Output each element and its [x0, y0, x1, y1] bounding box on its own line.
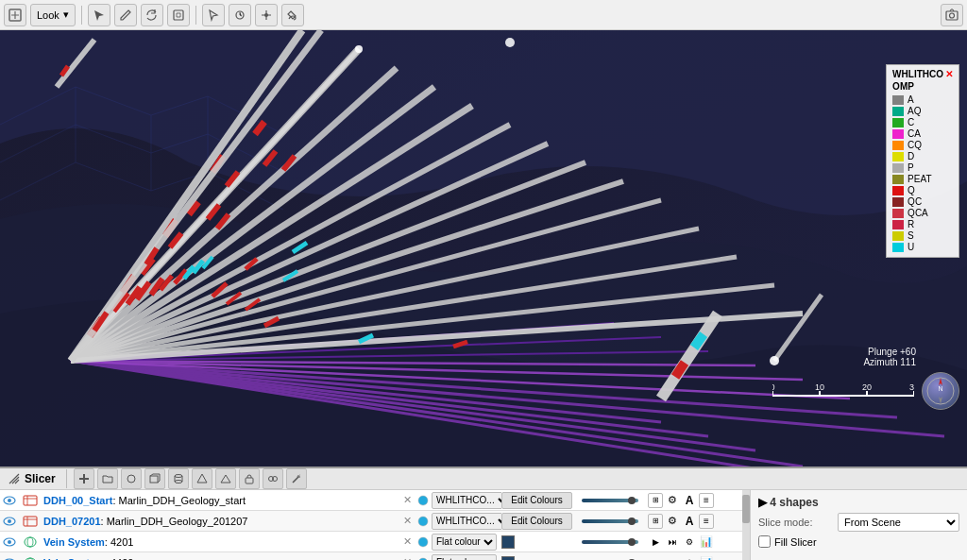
colour-swatch[interactable] [501, 556, 515, 561]
svg-text:N: N [938, 385, 942, 392]
edit-tool-btn[interactable] [229, 4, 251, 26]
legend-swatch [892, 163, 904, 173]
row-source: WHLITHCO... [416, 513, 501, 530]
row-close-btn[interactable]: ✕ [398, 515, 416, 527]
legend-item: CQ [892, 140, 953, 150]
info-btn[interactable]: ≡ [699, 514, 714, 529]
table-btn[interactable]: ⊞ [648, 514, 663, 529]
settings-btn[interactable]: ⚙ [682, 535, 697, 550]
settings-btn[interactable]: ⚙ [682, 555, 697, 561]
rotate-tool-btn[interactable] [141, 4, 163, 26]
legend-swatch [892, 129, 904, 139]
filter-btn[interactable]: ⚙ [665, 493, 680, 508]
svg-point-75 [355, 45, 363, 53]
sphere-btn[interactable] [121, 468, 142, 489]
legend-item-label: CA [908, 128, 921, 139]
legend-item: S [892, 230, 953, 241]
fill-slicer-label: Fill Slicer [774, 536, 817, 548]
svg-point-5 [950, 13, 955, 18]
row-line-sample [572, 499, 648, 502]
legend-swatch [892, 243, 904, 252]
lock-btn[interactable] [239, 468, 260, 489]
legend-item: QCA [892, 208, 953, 218]
row-close-btn[interactable]: ✕ [398, 556, 416, 560]
visibility-toggle[interactable] [0, 537, 19, 547]
legend-item: D [892, 151, 953, 161]
legend-close-btn[interactable]: ✕ [945, 69, 953, 79]
edit-colours-btn[interactable]: Edit Colours [501, 492, 572, 509]
svg-rect-90 [83, 474, 85, 484]
source-select[interactable]: WHLITHCO... [432, 492, 501, 509]
select-tool-btn[interactable] [88, 4, 110, 26]
home-btn[interactable] [4, 4, 26, 26]
step-btn[interactable]: ⏭ [665, 535, 680, 550]
edit-colours-btn[interactable]: Edit Colours [501, 513, 572, 530]
svg-point-77 [770, 356, 779, 365]
pencil-tool-btn[interactable] [114, 4, 137, 26]
camera-btn[interactable] [941, 4, 963, 26]
chain-btn[interactable] [263, 468, 283, 489]
edit-colours-area [501, 556, 572, 561]
box-btn[interactable] [144, 468, 165, 489]
paint-tool-btn[interactable] [281, 4, 304, 26]
step-btn[interactable]: ⏭ [665, 555, 680, 561]
legend-item-label: U [908, 242, 914, 252]
play-btn[interactable]: ▶ [648, 535, 663, 550]
row-name: Vein System: 4201 [42, 536, 398, 548]
row-close-btn[interactable]: ✕ [398, 535, 416, 548]
svg-point-101 [8, 499, 11, 502]
colour-swatch[interactable] [501, 535, 515, 549]
source-select[interactable]: Flat colour [432, 554, 497, 561]
sep2 [195, 6, 196, 25]
vertical-divider[interactable] [742, 490, 750, 560]
svg-rect-4 [946, 11, 958, 20]
legend-item: R [892, 219, 953, 229]
info-btn[interactable]: ≡ [699, 493, 714, 508]
source-select[interactable]: Flat colour [432, 534, 497, 551]
look-dropdown[interactable]: Look ▾ [30, 4, 76, 26]
svg-point-3 [264, 13, 268, 17]
legend-swatch [892, 197, 904, 207]
folder-btn[interactable] [97, 468, 118, 489]
dropdown-arrow: ▾ [63, 8, 69, 21]
legend-swatch [892, 152, 904, 161]
cursor-tool-btn[interactable] [202, 4, 225, 26]
svg-text:20: 20 [862, 382, 872, 392]
legend-item-label: Q [908, 185, 915, 195]
visibility-toggle[interactable] [0, 496, 19, 505]
legend-item-label: CQ [908, 140, 922, 150]
play-btn[interactable]: ▶ [648, 555, 663, 561]
edit-colours-area [501, 535, 572, 549]
svg-point-115 [418, 537, 428, 547]
3d-viewport[interactable]: WHLITHCO ✕ OMP AAQCCACQDPPEATQQCQCARSU P… [0, 30, 967, 467]
legend-title: WHLITHCO ✕ [892, 69, 953, 79]
slice-mode-select[interactable]: From Scene [838, 513, 959, 532]
legend-item: Q [892, 185, 953, 195]
table-btn[interactable]: ⊞ [648, 493, 663, 508]
transform-tool-btn[interactable] [255, 4, 278, 26]
filter-btn[interactable]: ⚙ [665, 514, 680, 529]
mesh-btn[interactable] [215, 468, 236, 489]
magic-btn[interactable] [286, 468, 307, 489]
frame-tool-btn[interactable] [167, 4, 190, 26]
legend-item-label: R [908, 219, 914, 229]
legend-item: AQ [892, 106, 953, 116]
chart-btn[interactable]: 📊 [699, 555, 714, 561]
svg-point-76 [505, 38, 515, 47]
source-select[interactable]: WHLITHCO... [432, 513, 501, 530]
label-btn[interactable]: A [682, 514, 697, 529]
label-btn[interactable]: A [682, 493, 697, 508]
svg-rect-1 [174, 10, 183, 20]
svg-point-105 [418, 496, 428, 505]
row-source: Flat colour [416, 534, 501, 551]
legend-swatch [892, 220, 904, 229]
visibility-toggle[interactable] [0, 517, 19, 526]
row-close-btn[interactable]: ✕ [398, 494, 416, 506]
cone-btn[interactable] [192, 468, 212, 489]
legend-item-label: QC [908, 196, 922, 207]
cylinder-btn[interactable] [168, 468, 189, 489]
fill-slicer-checkbox[interactable] [758, 535, 771, 548]
add-shape-btn[interactable] [74, 468, 94, 489]
look-label: Look [37, 9, 59, 21]
chart-btn[interactable]: 📊 [699, 535, 714, 550]
